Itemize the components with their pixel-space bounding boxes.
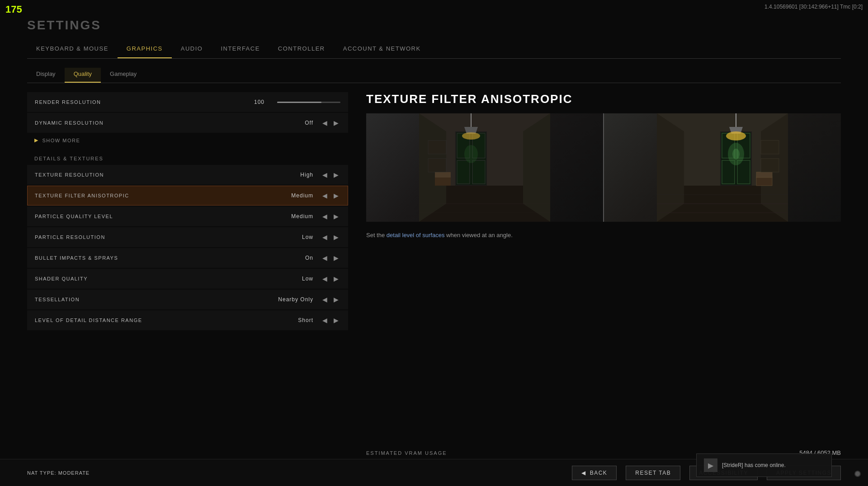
tab-graphics[interactable]: GRAPHICS — [118, 42, 172, 58]
info-title: TEXTURE FILTER ANISOTROPIC — [366, 92, 841, 106]
tab-account-network[interactable]: ACCOUNT & NETWORK — [334, 42, 430, 58]
version-info: 1.4.10569601 [30:142:966+11] Tmc [0:2] — [764, 4, 863, 10]
render-resolution-track[interactable] — [277, 102, 340, 103]
render-resolution-label: RENDER RESOLUTION — [35, 99, 228, 105]
svg-point-13 — [462, 132, 480, 140]
back-label: BACK — [590, 470, 608, 476]
preview-left — [366, 113, 604, 222]
dynamic-resolution-arrows: ◀ ▶ — [321, 118, 340, 127]
particle-quality-arrows: ◀ ▶ — [321, 212, 340, 221]
texture-resolution-prev[interactable]: ◀ — [321, 170, 329, 179]
svg-rect-9 — [472, 160, 485, 184]
setting-texture-filter-anisotropic[interactable]: TEXTURE FILTER ANISOTROPIC Medium ◀ ▶ — [27, 186, 348, 206]
vram-label: ESTIMATED VRAM USAGE — [366, 450, 447, 456]
description-before: Set the — [366, 232, 387, 238]
setting-particle-resolution[interactable]: PARTICLE RESOLUTION Low ◀ ▶ — [27, 227, 348, 247]
fps-counter: 175 — [5, 4, 22, 15]
lod-distance-prev[interactable]: ◀ — [321, 316, 329, 325]
texture-filter-prev[interactable]: ◀ — [321, 191, 329, 200]
chat-text: [StrideR] has come online. — [722, 462, 786, 468]
tessellation-prev[interactable]: ◀ — [321, 295, 329, 304]
setting-tessellation[interactable]: TESSELLATION Nearby Only ◀ ▶ — [27, 290, 348, 309]
tab-keyboard-mouse[interactable]: KEYBOARD & MOUSE — [27, 42, 118, 58]
lod-distance-value: Short — [277, 317, 313, 323]
tab-quality[interactable]: Quality — [65, 68, 101, 83]
back-button[interactable]: ◀ BACK — [572, 466, 617, 480]
particle-quality-prev[interactable]: ◀ — [321, 212, 329, 221]
shader-quality-arrows: ◀ ▶ — [321, 274, 340, 283]
render-resolution-value: 100 — [228, 99, 264, 105]
svg-rect-18 — [428, 140, 446, 154]
svg-point-34 — [726, 131, 746, 140]
settings-panel: RENDER RESOLUTION 100 DYNAMIC RESOLUTION… — [27, 92, 348, 474]
setting-lod-distance[interactable]: LEVEL OF DETAIL DISTANCE RANGE Short ◀ ▶ — [27, 310, 348, 330]
setting-render-resolution[interactable]: RENDER RESOLUTION 100 — [27, 92, 348, 112]
reset-tab-button[interactable]: RESET TAB — [626, 466, 680, 480]
particle-resolution-prev[interactable]: ◀ — [321, 233, 329, 242]
particle-quality-value: Medium — [277, 213, 313, 220]
description-after: when viewed at an angle. — [444, 232, 512, 238]
tab-display[interactable]: Display — [27, 68, 65, 83]
dynamic-resolution-prev[interactable]: ◀ — [321, 118, 329, 127]
show-more-arrow: ▶ — [34, 137, 39, 143]
show-more-toggle[interactable]: ▶ SHOW MORE — [27, 134, 348, 147]
svg-rect-41 — [761, 159, 779, 172]
texture-filter-next[interactable]: ▶ — [332, 191, 340, 200]
shader-quality-label: SHADER QUALITY — [35, 276, 277, 281]
svg-rect-40 — [761, 140, 779, 154]
lod-distance-next[interactable]: ▶ — [332, 316, 340, 325]
tessellation-value: Nearby Only — [277, 296, 313, 303]
content-area: RENDER RESOLUTION 100 DYNAMIC RESOLUTION… — [27, 92, 841, 474]
top-nav: KEYBOARD & MOUSE GRAPHICS AUDIO INTERFAC… — [27, 42, 841, 59]
show-more-label: SHOW MORE — [42, 138, 80, 143]
settings-title: SETTINGS — [27, 18, 841, 33]
chat-notification: ▶ [StrideR] has come online. — [696, 453, 832, 477]
svg-rect-39 — [756, 172, 772, 178]
lod-distance-arrows: ◀ ▶ — [321, 316, 340, 325]
render-resolution-fill — [277, 102, 321, 103]
back-arrow-icon: ◀ — [581, 470, 586, 476]
info-panel: TEXTURE FILTER ANISOTROPIC — [366, 92, 841, 474]
details-textures-header: DETAILS & TEXTURES — [27, 150, 348, 165]
nat-info: NAT TYPE: MODERATE — [27, 470, 563, 476]
setting-texture-resolution[interactable]: TEXTURE RESOLUTION High ◀ ▶ — [27, 165, 348, 185]
setting-shader-quality[interactable]: SHADER QUALITY Low ◀ ▶ — [27, 269, 348, 289]
texture-resolution-arrows: ◀ ▶ — [321, 170, 340, 179]
dynamic-resolution-value: Off — [277, 120, 313, 126]
svg-marker-22 — [657, 113, 684, 222]
texture-resolution-label: TEXTURE RESOLUTION — [35, 172, 277, 178]
bullet-impacts-next[interactable]: ▶ — [332, 253, 340, 262]
texture-resolution-next[interactable]: ▶ — [332, 170, 340, 179]
tessellation-label: TESSELLATION — [35, 297, 277, 302]
bullet-impacts-arrows: ◀ ▶ — [321, 253, 340, 262]
tab-interface[interactable]: INTERFACE — [212, 42, 269, 58]
shader-quality-prev[interactable]: ◀ — [321, 274, 329, 283]
description-highlight: detail level of surfaces — [387, 232, 445, 238]
setting-particle-quality[interactable]: PARTICLE QUALITY LEVEL Medium ◀ ▶ — [27, 206, 348, 226]
bullet-impacts-prev[interactable]: ◀ — [321, 253, 329, 262]
particle-resolution-next[interactable]: ▶ — [332, 233, 340, 242]
bullet-impacts-label: BULLET IMPACTS & SPRAYS — [35, 255, 277, 261]
svg-rect-38 — [756, 177, 772, 186]
preview-split — [366, 113, 841, 222]
sub-tabs: Display Quality Gameplay — [27, 68, 841, 83]
tab-gameplay[interactable]: Gameplay — [101, 68, 146, 83]
shader-quality-value: Low — [277, 276, 313, 282]
shader-quality-next[interactable]: ▶ — [332, 274, 340, 283]
texture-resolution-value: High — [277, 172, 313, 178]
info-description: Set the detail level of surfaces when vi… — [366, 231, 841, 240]
render-resolution-slider-container: 100 — [228, 99, 340, 105]
particle-quality-label: PARTICLE QUALITY LEVEL — [35, 214, 277, 219]
svg-rect-17 — [435, 172, 451, 178]
setting-dynamic-resolution[interactable]: DYNAMIC RESOLUTION Off ◀ ▶ — [27, 113, 348, 133]
tab-audio[interactable]: AUDIO — [172, 42, 212, 58]
dynamic-resolution-next[interactable]: ▶ — [332, 118, 340, 127]
texture-filter-arrows: ◀ ▶ — [321, 191, 340, 200]
tab-controller[interactable]: CONTROLLER — [269, 42, 334, 58]
tessellation-next[interactable]: ▶ — [332, 295, 340, 304]
particle-quality-next[interactable]: ▶ — [332, 212, 340, 221]
nat-label: NAT TYPE: — [27, 470, 58, 476]
setting-bullet-impacts[interactable]: BULLET IMPACTS & SPRAYS On ◀ ▶ — [27, 248, 348, 268]
chat-icon: ▶ — [704, 458, 717, 472]
main-container: SETTINGS KEYBOARD & MOUSE GRAPHICS AUDIO… — [27, 14, 841, 459]
